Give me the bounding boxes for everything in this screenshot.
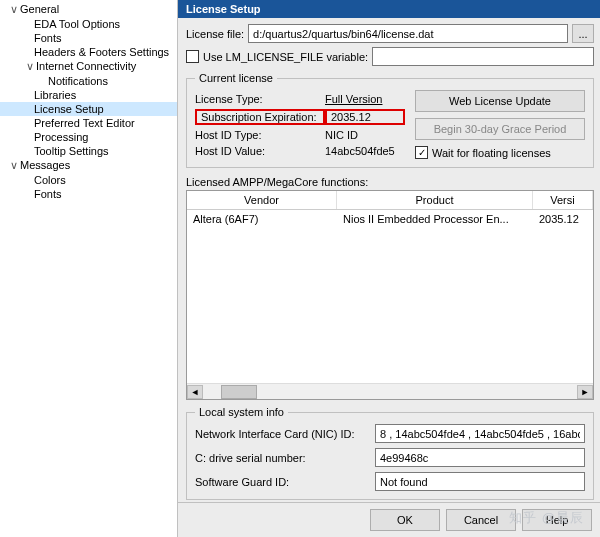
license-type-value: Full Version	[325, 93, 405, 105]
browse-button[interactable]: ...	[572, 24, 594, 43]
scroll-thumb[interactable]	[221, 385, 257, 399]
sidebar-item[interactable]: ∨Internet Connectivity	[0, 59, 177, 74]
sidebar-item[interactable]: Libraries	[0, 88, 177, 102]
sidebar-item-label: Preferred Text Editor	[34, 117, 135, 129]
sidebar-item[interactable]: Headers & Footers Settings	[0, 45, 177, 59]
license-type-label: License Type:	[195, 93, 325, 105]
cdrive-label: C: drive serial number:	[195, 452, 375, 464]
sidebar-item-label: Colors	[34, 174, 66, 186]
help-button[interactable]: Help	[522, 509, 592, 531]
sidebar-item[interactable]: ∨Messages	[0, 158, 177, 173]
subscription-exp-value: 2035.12	[325, 109, 405, 125]
sidebar-item[interactable]: License Setup	[0, 102, 177, 116]
web-license-update-button[interactable]: Web License Update	[415, 90, 585, 112]
sidebar-item-label: EDA Tool Options	[34, 18, 120, 30]
sidebar-item-label: Fonts	[34, 32, 62, 44]
softguard-label: Software Guard ID:	[195, 476, 375, 488]
dialog-footer: OK Cancel Help	[178, 502, 600, 537]
nic-id-label: Network Interface Card (NIC) ID:	[195, 428, 375, 440]
current-license-group: Current license License Type: Full Versi…	[186, 72, 594, 168]
local-system-legend: Local system info	[195, 406, 288, 418]
cell-version: 2035.12	[533, 210, 593, 228]
sidebar-item[interactable]: Colors	[0, 173, 177, 187]
current-license-legend: Current license	[195, 72, 277, 84]
hostid-value-value: 14abc504fde5	[325, 145, 405, 157]
sidebar-item[interactable]: EDA Tool Options	[0, 17, 177, 31]
scroll-left-icon[interactable]: ◄	[187, 385, 203, 399]
sidebar-item[interactable]: Notifications	[0, 74, 177, 88]
subscription-exp-label: Subscription Expiration:	[195, 109, 325, 125]
cell-product: Nios II Embedded Processor En...	[337, 210, 533, 228]
sidebar-item-label: Headers & Footers Settings	[34, 46, 169, 58]
wait-floating-label: Wait for floating licenses	[432, 147, 551, 159]
scroll-right-icon[interactable]: ►	[577, 385, 593, 399]
sidebar-item-label: General	[20, 3, 59, 15]
wait-floating-checkbox[interactable]: ✓ Wait for floating licenses	[415, 146, 585, 159]
sidebar-item[interactable]: Tooltip Settings	[0, 144, 177, 158]
sidebar-item[interactable]: Processing	[0, 130, 177, 144]
table-row[interactable]: Altera (6AF7) Nios II Embedded Processor…	[187, 210, 593, 228]
chevron-down-icon: ∨	[8, 159, 20, 172]
panel-title: License Setup	[178, 0, 600, 18]
sidebar-item-label: Fonts	[34, 188, 62, 200]
col-version: Versi	[533, 191, 593, 209]
hostid-type-label: Host ID Type:	[195, 129, 325, 141]
cancel-button[interactable]: Cancel	[446, 509, 516, 531]
grace-period-button[interactable]: Begin 30-day Grace Period	[415, 118, 585, 140]
sidebar-item[interactable]: Fonts	[0, 187, 177, 201]
checkbox-box: ✓	[415, 146, 428, 159]
sidebar-item-label: Internet Connectivity	[36, 60, 136, 72]
ok-button[interactable]: OK	[370, 509, 440, 531]
sidebar-item-label: Libraries	[34, 89, 76, 101]
softguard-input[interactable]	[375, 472, 585, 491]
sidebar-item-label: Messages	[20, 159, 70, 171]
hostid-value-label: Host ID Value:	[195, 145, 325, 157]
functions-table[interactable]: Vendor Product Versi Altera (6AF7) Nios …	[186, 190, 594, 400]
col-product: Product	[337, 191, 533, 209]
local-system-group: Local system info Network Interface Card…	[186, 406, 594, 500]
horizontal-scrollbar[interactable]: ◄ ►	[187, 383, 593, 399]
checkbox-box	[186, 50, 199, 63]
sidebar-item-label: Tooltip Settings	[34, 145, 109, 157]
table-header: Vendor Product Versi	[187, 191, 593, 210]
cell-vendor: Altera (6AF7)	[187, 210, 337, 228]
sidebar-item[interactable]: Preferred Text Editor	[0, 116, 177, 130]
license-file-input[interactable]	[248, 24, 568, 43]
sidebar-item[interactable]: ∨General	[0, 2, 177, 17]
license-file-label: License file:	[186, 28, 244, 40]
chevron-down-icon: ∨	[24, 60, 36, 73]
sidebar-item-label: Processing	[34, 131, 88, 143]
chevron-down-icon: ∨	[8, 3, 20, 16]
main-panel: License Setup License file: ... Use LM_L…	[178, 0, 600, 537]
nic-id-input[interactable]	[375, 424, 585, 443]
hostid-type-value: NIC ID	[325, 129, 405, 141]
use-lm-input[interactable]	[372, 47, 594, 66]
sidebar-item-label: Notifications	[48, 75, 108, 87]
use-lm-checkbox[interactable]: Use LM_LICENSE_FILE variable:	[186, 50, 368, 63]
sidebar-item-label: License Setup	[34, 103, 104, 115]
use-lm-label: Use LM_LICENSE_FILE variable:	[203, 51, 368, 63]
options-tree[interactable]: ∨GeneralEDA Tool OptionsFontsHeaders & F…	[0, 0, 178, 537]
cdrive-input[interactable]	[375, 448, 585, 467]
col-vendor: Vendor	[187, 191, 337, 209]
sidebar-item[interactable]: Fonts	[0, 31, 177, 45]
functions-label: Licensed AMPP/MegaCore functions:	[186, 176, 594, 188]
